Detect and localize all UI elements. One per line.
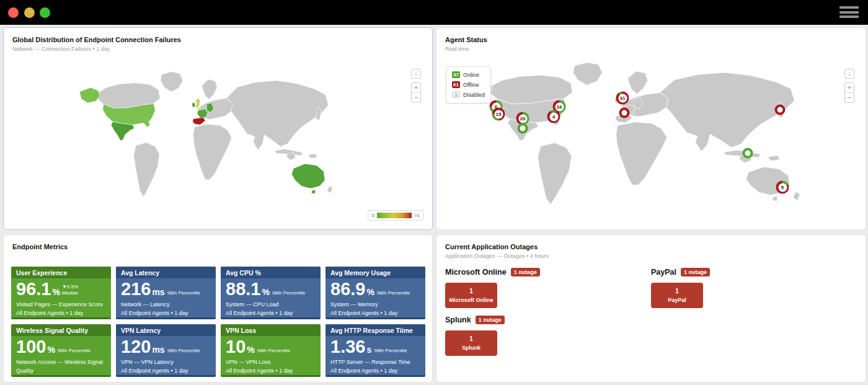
agent-cluster-marker[interactable] (619, 108, 630, 118)
agent-cluster-count (520, 126, 526, 131)
country-australia (291, 164, 325, 188)
country-asia (226, 81, 329, 150)
legend-row-disabled: 3Disabled (452, 91, 485, 98)
legend-max: >1 (414, 213, 420, 218)
outage-card-label: Splunk (447, 345, 495, 351)
metric-tile-title: Avg CPU % (221, 267, 321, 278)
outage-group-microsoft-online: Microsoft Online1 outage1Microsoft Onlin… (445, 268, 651, 308)
agent-cluster-count: 31 (618, 94, 627, 102)
map-zoom-in-button[interactable]: + (412, 83, 420, 93)
metric-unit: s (366, 345, 371, 355)
metric-note: 98th Percentile (167, 290, 200, 297)
legend-label: Disabled (463, 92, 485, 98)
agent-cluster-count: 4 (549, 112, 558, 121)
country-greenland (161, 72, 183, 92)
legend-count-badge: 37 (452, 71, 460, 78)
color-scale-legend: 0 >1 (368, 210, 423, 221)
map-zoom-out-button[interactable]: − (845, 93, 854, 102)
country-france (197, 109, 208, 118)
outage-group-splunk: Splunk1 outage1Splunk (445, 316, 651, 356)
metric-note: 98th Percentile (257, 348, 290, 355)
agent-cluster-marker[interactable] (743, 148, 753, 159)
outage-count-badge: 1 outage (511, 268, 540, 277)
panel-agent-status: Agent Status Real-time 61520164315 37Onl… (436, 27, 866, 230)
failure-choropleth-map[interactable] (63, 66, 354, 214)
maximize-window-icon[interactable] (40, 7, 50, 18)
outage-card[interactable]: 1Microsoft Online (445, 283, 497, 308)
metric-tile-title: Wireless Signal Quality (11, 324, 111, 336)
country-scandinavia (202, 79, 217, 99)
outage-app-name: PayPal (651, 268, 676, 277)
agent-cluster-count: 15 (494, 110, 503, 118)
panel-title: Global Distribution of Endpoint Connecti… (4, 28, 432, 43)
close-window-icon[interactable] (8, 7, 19, 18)
country-africa (193, 124, 232, 179)
metric-value: 1.36 (330, 339, 365, 355)
map-home-button[interactable]: ⌂ (411, 69, 421, 79)
metric-tile-wireless-signal-quality[interactable]: Wireless Signal Quality100%98th Percenti… (11, 324, 111, 377)
metric-unit: % (47, 345, 55, 355)
agent-cluster-count: 16 (555, 102, 564, 111)
panel-title: Endpoint Metrics (4, 235, 432, 250)
panel-endpoint-metrics: Endpoint Metrics User Experience96.1%▼0.… (3, 234, 433, 383)
metric-unit: % (247, 345, 254, 355)
outage-card[interactable]: 1PayPal (651, 283, 703, 308)
agent-cluster-count (622, 110, 627, 116)
panel-subtitle: Application Outages — Outages • 4 hours (436, 250, 866, 259)
panel-subtitle: Real-time (436, 43, 866, 52)
metric-tile-vpn-latency[interactable]: VPN Latency120ms98th PercentileVPN — VPN… (116, 324, 216, 377)
agent-cluster-marker[interactable] (518, 123, 528, 134)
metric-description: VPN — VPN LossAll Endpoint Agents • 1 da… (221, 355, 321, 375)
metric-tile-user-experience[interactable]: User Experience96.1%▼0.5%MedianVisited P… (11, 267, 111, 319)
metric-tile-title: VPN Latency (116, 324, 216, 336)
metric-note: 98th Percentile (374, 348, 407, 355)
metric-tile-title: VPN Loss (221, 324, 321, 336)
country-newzealand (793, 192, 800, 200)
metric-tile-vpn-loss[interactable]: VPN Loss10%98th PercentileVPN — VPN Loss… (221, 324, 321, 377)
agent-cluster-marker[interactable]: 5 (776, 181, 789, 194)
agent-cluster-count (745, 151, 751, 156)
metric-value: 120 (121, 339, 151, 355)
metric-tile-avg-latency[interactable]: Avg Latency216ms98th PercentileNetwork —… (116, 267, 216, 319)
outage-group-paypal: PayPal1 outage1PayPal (651, 268, 857, 308)
metric-description: System — CPU LoadAll Endpoint Agents • 1… (221, 297, 321, 317)
legend-count-badge: 3 (452, 91, 460, 98)
agent-cluster-count: 20 (518, 114, 527, 123)
panel-title: Agent Status (436, 28, 866, 43)
legend-label: Online (463, 72, 479, 78)
country-newguinea (308, 154, 317, 159)
metric-note: 98th Percentile (377, 290, 410, 297)
metric-tile-avg-memory-usage[interactable]: Avg Memory Usage86.9%98th PercentileSyst… (326, 267, 425, 319)
metric-description: Network — LatencyAll Endpoint Agents • 1… (116, 297, 216, 317)
agent-cluster-marker[interactable]: 15 (492, 108, 505, 121)
hamburger-menu-icon[interactable] (839, 6, 859, 20)
map-home-button[interactable]: ⌂ (844, 69, 854, 79)
country-mexico (111, 122, 135, 140)
outage-app-name: Splunk (445, 316, 471, 324)
metric-unit: % (52, 287, 60, 297)
minimize-window-icon[interactable] (24, 7, 35, 18)
legend-row-offline: 61Offline (452, 81, 485, 88)
country-southamerica (134, 143, 159, 197)
map-zoom-out-button[interactable]: − (412, 93, 420, 102)
agent-status-map[interactable] (444, 56, 828, 224)
window-titlebar (0, 0, 868, 25)
agent-cluster-marker[interactable] (775, 105, 786, 115)
outage-app-name: Microsoft Online (445, 268, 507, 277)
metric-tile-avg-http-response-tiime[interactable]: Avg HTTP Response Tiime1.36s98th Percent… (326, 324, 425, 377)
country-newzealand (327, 185, 332, 193)
country-spain (193, 117, 206, 125)
metric-unit: % (366, 287, 374, 297)
metric-delta: ▼0.5%Median (62, 284, 78, 297)
metric-unit: % (262, 287, 269, 297)
metric-tile-grid: User Experience96.1%▼0.5%MedianVisited P… (11, 267, 425, 377)
outage-card-count: 1 (447, 288, 495, 294)
agent-cluster-marker[interactable]: 31 (616, 92, 629, 105)
agent-cluster-count (777, 107, 783, 113)
map-zoom-in-button[interactable]: + (845, 83, 854, 93)
metric-tile-avg-cpu-[interactable]: Avg CPU %88.1%98th PercentileSystem — CP… (221, 267, 321, 319)
outage-card[interactable]: 1Splunk (445, 330, 497, 356)
agent-cluster-marker[interactable]: 4 (547, 110, 560, 123)
metric-value: 10 (226, 339, 246, 355)
metric-value: 216 (121, 281, 151, 297)
